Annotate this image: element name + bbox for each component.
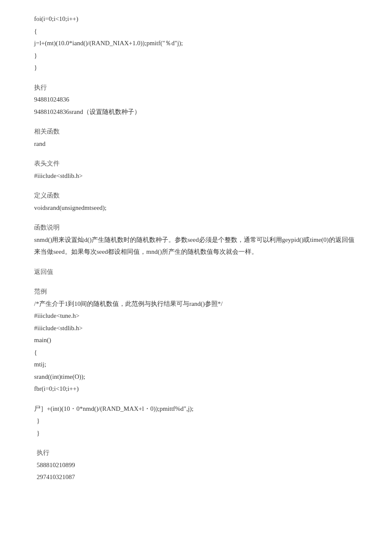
code-block-1: foi(i=0;i<10;i++) { j=l+(mt)(10.0*iand()… (34, 13, 358, 74)
code-line: 尸］+(int)(10・0*nmd()/(RAND_MAX+l・0));pmit… (34, 403, 358, 415)
code-line: foi(i=0;i<10;i++) (34, 13, 358, 25)
code-line: } (34, 49, 358, 62)
code-line: srand((int)time(O)); (34, 371, 358, 383)
section-header: 执行 (37, 447, 358, 459)
code-block-2: 尸］+(int)(10・0*nmd()/(RAND_MAX+l・0));pmit… (34, 403, 358, 439)
output-line: 94881024836 (34, 93, 358, 106)
code-line: mtij; (34, 358, 358, 371)
section-related-func: 相关函数 rand (34, 125, 358, 150)
section-return-value: 返回值 (34, 266, 358, 278)
content-line: #iiiclude<stdlib.h> (34, 170, 358, 182)
section-header: 函数说明 (34, 221, 358, 234)
code-line: fbr(i=0;i<10;i++) (34, 383, 358, 395)
content-line: snmd()用来设置灿d()产生随机数时的随机数种子。参数seed必须是个整数，… (34, 234, 358, 258)
section-execute-1: 执行 94881024836 94881024836srand（设置随机数种子） (34, 81, 358, 118)
code-line: } (34, 427, 358, 439)
output-line: 297410321087 (37, 471, 358, 483)
section-define-func: 定义函数 voidsrand(unsignedmtseed); (34, 189, 358, 214)
content-line: rand (34, 138, 358, 150)
code-line: j=l+(mt)(10.0*iand()/(RAND_NIAX+1.0));pm… (34, 37, 358, 49)
section-header: 定义函数 (34, 189, 358, 202)
section-header: 相关函数 (34, 125, 358, 138)
output-line: 588810210899 (37, 459, 358, 471)
code-line: } (34, 61, 358, 74)
section-header: 返回值 (34, 266, 358, 278)
code-line: { (34, 346, 358, 359)
code-line: #iiiclude<stdlib.h> (34, 322, 358, 334)
code-line: main() (34, 334, 358, 346)
code-line: /*产生介于1到10间的随机数值，此范例与执行结果可与rand()参照*/ (34, 298, 358, 310)
output-line: 94881024836srand（设置随机数种子） (34, 106, 358, 118)
section-execute-2: 执行 588810210899 297410321087 (34, 447, 358, 483)
content-line: voidsrand(unsignedmtseed); (34, 202, 358, 214)
section-func-desc: 函数说明 snmd()用来设置灿d()产生随机数时的随机数种子。参数seed必须… (34, 221, 358, 258)
section-header-file: 表头文件 #iiiclude<stdlib.h> (34, 157, 358, 182)
section-example: 范例 /*产生介于1到10间的随机数值，此范例与执行结果可与rand()参照*/… (34, 285, 358, 395)
code-line: #iiiclude<tune.h> (34, 310, 358, 322)
section-header: 表头文件 (34, 157, 358, 170)
code-line: { (34, 25, 358, 38)
section-header: 执行 (34, 81, 358, 94)
section-header: 范例 (34, 285, 358, 298)
code-line: } (34, 415, 358, 427)
